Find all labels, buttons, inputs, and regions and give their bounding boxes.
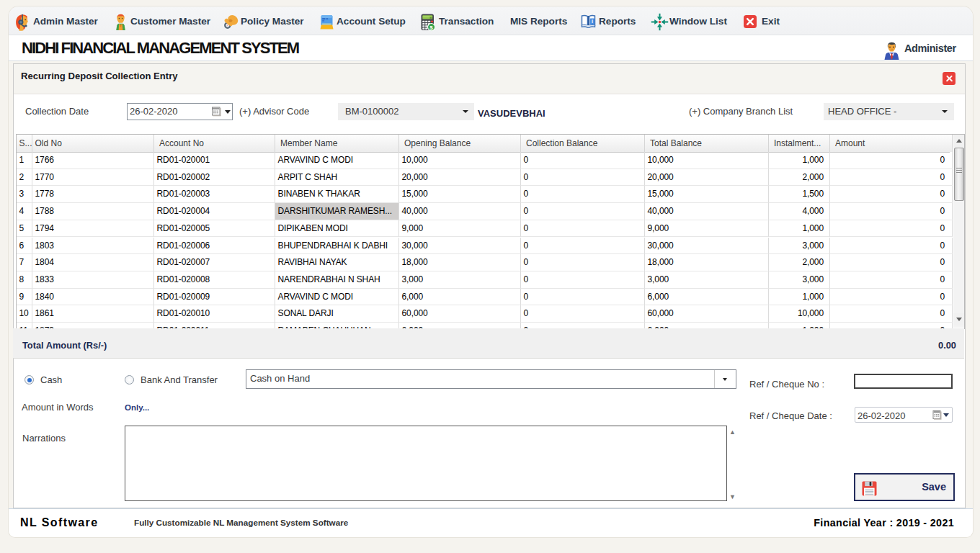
svg-text:$: $ (429, 24, 433, 30)
svg-text:i: i (592, 19, 593, 24)
